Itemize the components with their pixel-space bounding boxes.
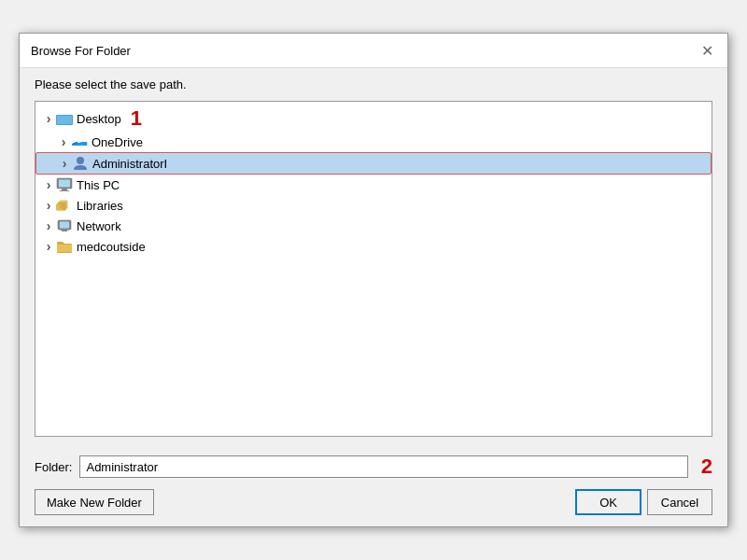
tree-item-libraries-label: Libraries xyxy=(77,199,123,213)
tree-item-desktop-label: Desktop xyxy=(77,112,121,126)
user-icon xyxy=(72,157,89,170)
expand-arrow-network xyxy=(41,218,56,233)
svg-rect-14 xyxy=(57,245,72,252)
tree-item-desktop[interactable]: Desktop 1 xyxy=(35,105,712,132)
close-button[interactable]: ✕ xyxy=(698,41,716,60)
button-row: Make New Folder OK Cancel xyxy=(20,485,727,526)
title-bar: Browse For Folder ✕ xyxy=(20,34,727,68)
tree-item-onedrive-label: OneDrive xyxy=(92,135,143,149)
folder-footer: Folder: 2 xyxy=(20,448,727,485)
svg-rect-11 xyxy=(60,222,69,229)
pc-icon xyxy=(56,178,73,191)
ok-cancel-group: OK Cancel xyxy=(575,489,712,515)
expand-arrow-thispc xyxy=(41,177,56,192)
tree-item-network-label: Network xyxy=(77,219,121,233)
tree-item-thispc[interactable]: This PC xyxy=(35,175,712,195)
onedrive-icon xyxy=(71,135,88,148)
dialog-title: Browse For Folder xyxy=(31,44,131,58)
tree-item-onedrive[interactable]: OneDrive xyxy=(35,132,712,152)
folder-label: Folder: xyxy=(35,460,72,474)
badge-1: 1 xyxy=(131,108,142,129)
tree-item-administrator-label: AdministratorI xyxy=(92,157,167,171)
svg-rect-5 xyxy=(62,189,67,190)
svg-rect-4 xyxy=(59,180,70,188)
badge-2: 2 xyxy=(701,456,712,477)
tree-item-administrator[interactable]: AdministratorI xyxy=(35,152,712,175)
tree-item-medcoutside[interactable]: medcoutside xyxy=(35,236,712,257)
ok-button[interactable]: OK xyxy=(575,489,641,515)
dialog-body: Please select the save path. Desktop 1 xyxy=(20,68,727,448)
network-icon xyxy=(56,219,73,232)
expand-arrow-onedrive xyxy=(56,134,71,149)
svg-rect-9 xyxy=(60,201,68,209)
folder-icon xyxy=(56,240,73,253)
tree-item-medcoutside-label: medcoutside xyxy=(77,240,146,254)
expand-arrow-desktop xyxy=(41,111,56,126)
browse-folder-dialog: Browse For Folder ✕ Please select the sa… xyxy=(19,33,728,527)
svg-point-2 xyxy=(77,157,84,164)
cancel-button[interactable]: Cancel xyxy=(647,489,712,515)
svg-rect-1 xyxy=(57,116,72,124)
make-new-folder-button[interactable]: Make New Folder xyxy=(35,489,154,515)
tree-item-thispc-label: This PC xyxy=(77,178,120,192)
library-icon xyxy=(56,199,73,212)
folder-tree[interactable]: Desktop 1 OneDrive xyxy=(35,101,712,437)
svg-rect-6 xyxy=(60,190,69,191)
expand-arrow-medcoutside xyxy=(41,239,56,254)
expand-arrow-administrator xyxy=(57,156,72,171)
expand-arrow-libraries xyxy=(41,198,56,213)
prompt-text: Please select the save path. xyxy=(35,77,712,91)
folder-input[interactable] xyxy=(79,455,687,478)
tree-item-network[interactable]: Network xyxy=(35,216,712,236)
desktop-icon xyxy=(56,112,73,125)
tree-item-libraries[interactable]: Libraries xyxy=(35,195,712,216)
